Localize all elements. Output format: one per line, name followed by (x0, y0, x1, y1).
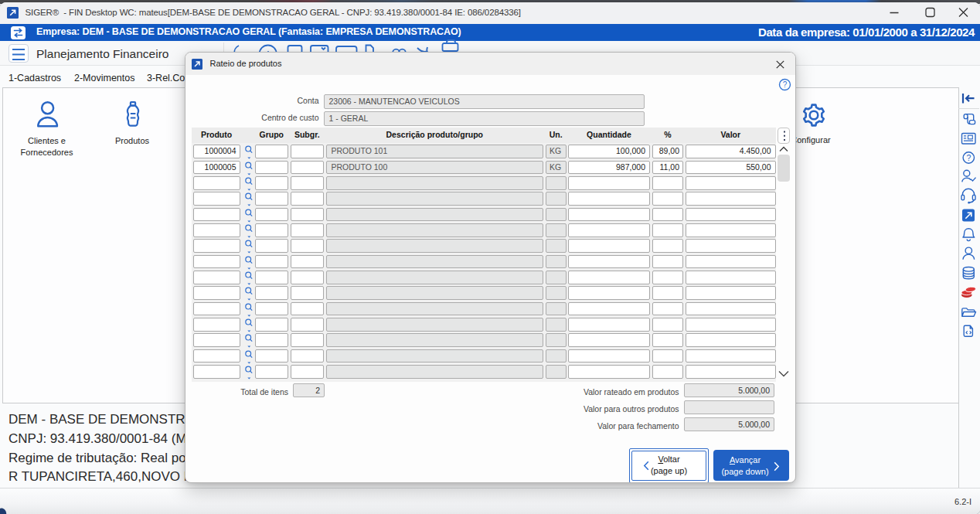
svg-text:?: ? (782, 80, 787, 89)
svg-text:?: ? (966, 153, 971, 162)
